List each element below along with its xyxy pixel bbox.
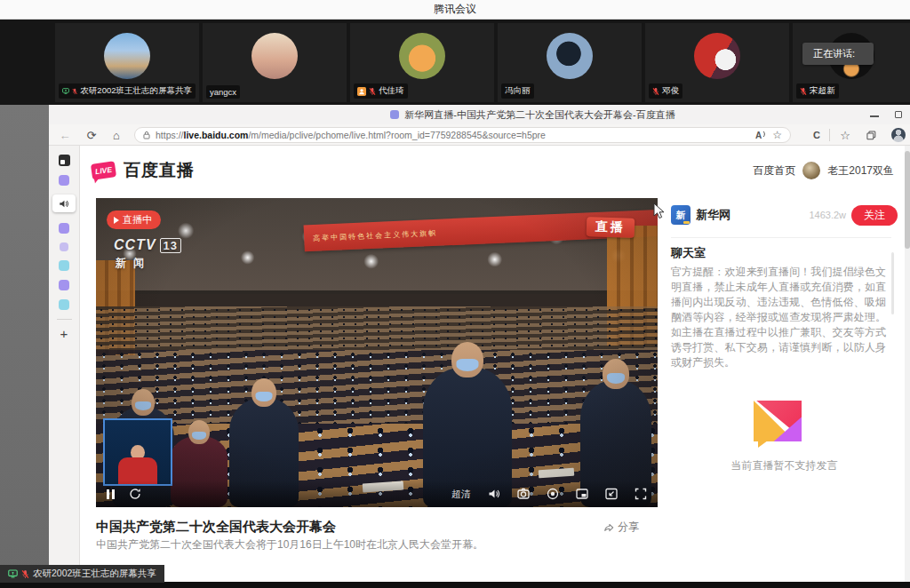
user-avatar[interactable] [802, 162, 820, 179]
share-icon [603, 522, 614, 533]
site-logo[interactable]: LIVE 百度直播 [92, 159, 195, 182]
read-aloud-icon[interactable]: A [755, 131, 767, 140]
participant-name: 冯向丽 [505, 85, 531, 97]
live-logo-icon: LIVE [91, 161, 116, 180]
baidu-home-link[interactable]: 百度首页 [753, 163, 795, 179]
participant-tile[interactable]: 农研2002班王壮志的屏幕共享 [55, 23, 199, 102]
participant-tile[interactable]: 代佳琦 [350, 23, 494, 102]
screenshot-button[interactable] [517, 488, 530, 500]
mini-window-button[interactable] [605, 488, 618, 500]
tab-favicon-icon [390, 110, 399, 119]
xinhua-logo-icon: 新 [671, 205, 690, 225]
tab-favicon-icon[interactable] [59, 223, 69, 234]
follow-button[interactable]: 关注 [851, 205, 898, 226]
speaker-icon [59, 199, 69, 209]
url-text: https://live.baidu.com/m/media/pclive/pc… [156, 130, 750, 140]
extension-icon[interactable]: C [810, 124, 824, 146]
scrollbar-thumb[interactable] [905, 151, 910, 249]
tab-title: 新华网直播-中国共产党第二十次全国代表大会开幕会-百度直播 [404, 108, 675, 122]
screen-share-icon [62, 87, 69, 95]
speaking-tooltip: 正在讲话: [802, 43, 874, 65]
collections-button[interactable] [863, 124, 879, 146]
tab-actions-icon[interactable] [59, 155, 70, 166]
avatar [694, 33, 740, 79]
tab-favicon-icon[interactable] [59, 260, 69, 271]
screen-share-banner: 农研2002班王壮志的屏幕共享 [0, 565, 164, 583]
participant-label: 农研2002班王壮志的屏幕共享 [59, 83, 196, 99]
toolbar-divider [829, 129, 830, 141]
mic-muted-icon [652, 87, 659, 96]
screen-share-banner-text: 农研2002班王壮志的屏幕共享 [33, 568, 156, 580]
pause-button[interactable] [107, 489, 115, 499]
record-button[interactable] [547, 488, 559, 500]
volume-button[interactable] [488, 489, 500, 499]
chat-room-title: 聊天室 [671, 245, 706, 261]
panel-divider [671, 237, 891, 238]
favorites-settings-icon[interactable]: ☆ [772, 129, 782, 141]
home-button[interactable]: ⌂ [108, 124, 125, 146]
mic-muted-icon [21, 569, 29, 579]
page-scrollbar[interactable] [905, 146, 910, 582]
tab-favicon-icon[interactable] [60, 242, 68, 251]
participant-name: yangcx [210, 87, 236, 97]
sign-language-inset [103, 418, 172, 486]
tab-favicon-icon[interactable] [59, 280, 69, 290]
screen: 腾讯会议 农研2002班王壮志的屏幕共享 yangcx 代佳琦 冯向丽 [0, 0, 910, 588]
avatar [399, 33, 445, 79]
maximize-button[interactable] [895, 111, 902, 118]
video-description: 中国共产党第二十次全国代表大会将于10月16日上午10时在北京人民大会堂开幕。 [96, 537, 483, 552]
sidebar-divider [57, 319, 72, 320]
participant-strip: 农研2002班王壮志的屏幕共享 yangcx 代佳琦 冯向丽 邓俊 [0, 20, 910, 105]
player-controls: 超清 [96, 481, 658, 507]
username: 老王2017双鱼 [827, 163, 894, 179]
chat-scrollbar[interactable] [891, 252, 894, 314]
browser-toolbar: ← ⟳ ⌂ https://live.baidu.com/m/media/pcl… [49, 124, 910, 146]
pip-button[interactable] [576, 488, 588, 500]
baidu-live-page: LIVE 百度直播 百度首页 老王2017双鱼 高举中国特色社会主义伟大旗帜 [81, 146, 905, 582]
participant-name: 宋超新 [810, 85, 835, 97]
participant-label: 邓俊 [649, 83, 682, 99]
meeting-titlebar: 腾讯会议 [0, 0, 910, 20]
avatar [547, 33, 593, 79]
participant-tile[interactable]: 邓俊 [645, 23, 789, 102]
share-button[interactable]: 分享 [603, 520, 639, 535]
participant-tile[interactable]: yangcx [203, 23, 347, 102]
minimize-button[interactable] [870, 115, 879, 117]
active-tab-audio[interactable] [52, 195, 76, 212]
cctv-watermark: CCTV13 新闻 [114, 237, 181, 271]
participant-name: 邓俊 [662, 85, 679, 97]
fullscreen-button[interactable] [635, 488, 647, 500]
participant-name: 代佳琦 [379, 85, 404, 97]
chat-official-notice: 官方提醒：欢迎来到直播间！我们提倡绿色文明直播，禁止未成年人直播或充值消费，如直… [671, 265, 886, 370]
url-bar[interactable]: https://live.baidu.com/m/media/pclive/pc… [134, 127, 791, 143]
video-player[interactable]: 高举中国特色社会主义伟大旗帜 直播中 CC [96, 198, 658, 507]
tab-favicon-icon[interactable] [59, 299, 69, 310]
channel-name[interactable]: 新华网 [696, 207, 730, 223]
chat-disabled-message: 当前直播暂不支持发言 [671, 458, 898, 473]
favorites-star-button[interactable]: ☆ [838, 124, 852, 146]
mouse-cursor [653, 203, 666, 224]
tab-favicon-icon[interactable] [59, 175, 69, 186]
mic-muted-icon [72, 87, 77, 96]
participant-label: 宋超新 [796, 83, 839, 99]
profile-avatar[interactable] [891, 128, 906, 142]
new-tab-button[interactable]: + [60, 327, 68, 340]
back-button[interactable]: ← [56, 124, 74, 146]
refresh-button[interactable]: ⟳ [83, 124, 100, 146]
browser-tab[interactable]: 新华网直播-中国共产党第二十次全国代表大会开幕会-百度直播 [390, 108, 675, 122]
bottom-strip [0, 582, 910, 588]
avatar [251, 33, 298, 79]
channel-row: 新 新华网 1463.2w 关注 [671, 202, 898, 228]
video-title: 中国共产党第二十次全国代表大会开幕会 [96, 519, 336, 536]
controls-right: 超清 [451, 488, 647, 501]
browser-titlebar[interactable]: 新华网直播-中国共产党第二十次全国代表大会开幕会-百度直播 [49, 105, 910, 124]
avatar [104, 33, 150, 79]
reload-stream-button[interactable] [129, 488, 141, 500]
live-status-badge: 直播中 [107, 211, 161, 229]
quality-selector[interactable]: 超清 [451, 488, 471, 501]
vertical-tabs-sidebar: + [49, 146, 80, 582]
browser-window: 新华网直播-中国共产党第二十次全国代表大会开幕会-百度直播 ← ⟳ ⌂ http… [49, 105, 910, 582]
participant-label: 代佳琦 [354, 83, 408, 99]
chat-bubble-icon [754, 401, 802, 441]
participant-tile[interactable]: 冯向丽 [498, 23, 642, 102]
